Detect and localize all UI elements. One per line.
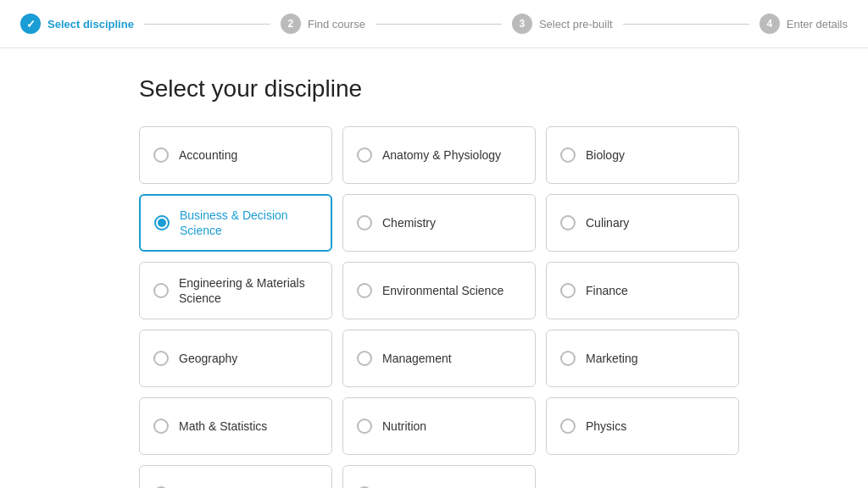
stepper: ✓ Select discipline 2 Find course 3 Sele… [0,0,868,48]
discipline-label-physics: Physics [586,419,626,434]
radio-engineering [153,283,169,298]
discipline-label-accounting: Accounting [179,147,237,163]
radio-environmental [357,283,372,298]
radio-culinary [560,215,576,230]
step-1-label: Select discipline [47,18,134,30]
discipline-card-nutrition[interactable]: Nutrition [342,397,536,455]
step-3: 3 Select pre-built [512,14,613,34]
radio-business [154,215,170,230]
discipline-card-anatomy[interactable]: Anatomy & Physiology [342,126,536,184]
radio-accounting [153,147,169,163]
discipline-grid: AccountingAnatomy & PhysiologyBiologyBus… [139,126,729,488]
radio-marketing [560,351,576,366]
step-4: 4 Enter details [760,14,848,34]
step-3-circle: 3 [512,14,532,34]
step-connector-1 [144,24,270,25]
step-1-icon: ✓ [20,14,41,34]
discipline-card-culinary[interactable]: Culinary [546,194,739,252]
page-title: Select your discipline [139,75,729,103]
discipline-card-business[interactable]: Business & Decision Science [139,194,332,252]
discipline-label-geography: Geography [179,351,237,366]
discipline-card-physics[interactable]: Physics [546,397,739,455]
discipline-card-world-languages[interactable]: World Languages [342,465,536,488]
step-4-label: Enter details [787,18,848,30]
discipline-label-management: Management [382,351,452,366]
radio-geography [153,351,169,366]
discipline-card-chemistry[interactable]: Chemistry [342,194,536,252]
discipline-card-marketing[interactable]: Marketing [546,330,739,387]
discipline-label-marketing: Marketing [586,351,637,366]
radio-finance [560,283,576,298]
step-3-label: Select pre-built [539,18,613,30]
step-2-circle: 2 [281,14,301,34]
discipline-label-environmental: Environmental Science [382,283,504,298]
discipline-card-engineering[interactable]: Engineering & Materials Science [139,262,332,319]
discipline-card-geography[interactable]: Geography [139,330,332,387]
radio-nutrition [357,419,372,434]
radio-anatomy [357,147,372,163]
discipline-card-math[interactable]: Math & Statistics [139,397,332,455]
discipline-card-accounting[interactable]: Accounting [139,126,332,184]
discipline-card-biology[interactable]: Biology [546,126,739,184]
discipline-label-culinary: Culinary [586,215,629,230]
step-4-circle: 4 [760,14,780,34]
step-2-label: Find course [308,18,365,30]
discipline-label-biology: Biology [586,147,625,163]
radio-management [357,351,372,366]
discipline-label-math: Math & Statistics [179,419,267,434]
step-connector-3 [623,24,749,25]
step-1: ✓ Select discipline [20,14,134,34]
radio-biology [560,147,576,163]
discipline-label-nutrition: Nutrition [382,419,426,434]
radio-math [153,419,169,434]
discipline-card-management[interactable]: Management [342,330,536,387]
discipline-label-business: Business & Decision Science [180,208,317,238]
radio-inner-business [158,219,166,227]
step-connector-2 [376,24,502,25]
step-2: 2 Find course [281,14,365,34]
discipline-label-anatomy: Anatomy & Physiology [382,147,501,163]
discipline-label-engineering: Engineering & Materials Science [179,275,318,306]
discipline-card-environmental[interactable]: Environmental Science [342,262,536,319]
discipline-card-finance[interactable]: Finance [546,262,739,319]
discipline-label-chemistry: Chemistry [382,215,436,230]
discipline-card-psychology[interactable]: Psychology [139,465,332,488]
radio-physics [560,419,576,434]
radio-chemistry [357,215,372,230]
main-content: Select your discipline AccountingAnatomy… [0,48,868,488]
discipline-label-finance: Finance [586,283,628,298]
